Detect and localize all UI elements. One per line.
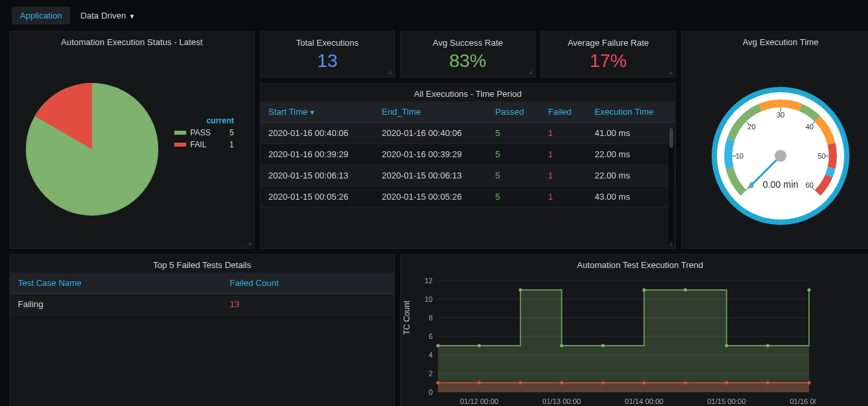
resize-handle-icon[interactable]: [669, 241, 674, 247]
svg-point-45: [766, 344, 769, 348]
panel-title: Top 5 Failed Tests Details: [10, 255, 394, 273]
cell-start: 2020-01-16 00:40:06: [260, 123, 374, 144]
cell-passed: 5: [487, 144, 540, 165]
svg-point-41: [601, 344, 604, 348]
cell-start: 2020-01-16 00:39:29: [260, 144, 374, 165]
panel-title: All Executions - Time Period: [260, 84, 675, 102]
panel-trend: Automation Test Execution Trend TC Count…: [400, 254, 868, 406]
panel-avg-success: Avg Success Rate 83%: [400, 31, 535, 78]
svg-point-51: [601, 381, 604, 385]
svg-text:30: 30: [777, 111, 785, 119]
col-start-time[interactable]: Start Time▼: [260, 102, 374, 123]
cell-exec: 22.00 ms: [586, 144, 675, 165]
cell-start: 2020-01-15 00:06:13: [260, 165, 374, 186]
panel-status-latest: Automation Execution Status - Latest cur…: [9, 31, 254, 249]
y-axis-label: TC Count: [402, 301, 411, 334]
tab-application[interactable]: Application: [12, 7, 70, 25]
cell-exec: 41.00 ms: [586, 123, 675, 144]
svg-point-37: [437, 344, 440, 348]
svg-text:4: 4: [429, 351, 433, 359]
svg-point-56: [808, 381, 811, 385]
panel-title: Automation Execution Status - Latest: [10, 32, 254, 50]
swatch-fail: [174, 143, 186, 147]
cell-failed: 1: [540, 123, 586, 144]
svg-text:50: 50: [818, 152, 826, 160]
col-test-name[interactable]: Test Case Name: [10, 273, 222, 294]
cell-end: 2020-01-16 00:39:29: [374, 144, 487, 165]
svg-point-50: [560, 381, 563, 385]
stat-value: 13: [317, 48, 337, 77]
svg-text:01/15 00:00: 01/15 00:00: [707, 397, 745, 405]
svg-text:01/14 00:00: 01/14 00:00: [625, 397, 663, 405]
cell-failed: 1: [540, 165, 586, 186]
svg-point-48: [478, 381, 481, 385]
col-exec-time[interactable]: Execution Time: [586, 102, 675, 123]
resize-handle-icon[interactable]: [247, 241, 252, 247]
panel-top-failed: Top 5 Failed Tests Details Test Case Nam…: [9, 254, 395, 406]
svg-point-17: [775, 150, 787, 162]
cell-end: 2020-01-16 00:40:06: [374, 123, 487, 144]
svg-text:40: 40: [806, 123, 814, 131]
executions-table: Start Time▼ End_Time Passed Failed Execu…: [260, 102, 675, 208]
col-end-time[interactable]: End_Time: [374, 102, 487, 123]
svg-point-40: [560, 344, 563, 348]
gauge-value-label: 0.00 min: [763, 179, 798, 190]
cell-exec: 22.00 ms: [586, 165, 675, 186]
svg-point-38: [478, 344, 481, 348]
svg-text:2: 2: [429, 370, 433, 377]
failed-table: Test Case Name Failed Count Failing13: [10, 273, 394, 315]
col-failed[interactable]: Failed: [540, 102, 586, 123]
svg-text:01/13 00:00: 01/13 00:00: [543, 397, 581, 405]
resize-handle-icon[interactable]: [669, 70, 674, 76]
scrollbar[interactable]: [669, 128, 674, 245]
cell-end: 2020-01-15 00:05:26: [374, 186, 487, 208]
svg-text:6: 6: [429, 332, 433, 340]
svg-point-39: [519, 289, 522, 292]
table-row[interactable]: 2020-01-16 00:40:062020-01-16 00:40:0651…: [260, 123, 675, 144]
svg-text:8: 8: [429, 314, 433, 322]
tab-data-driven[interactable]: Data Driven▼: [73, 7, 144, 25]
stat-title: Avg Success Rate: [433, 33, 503, 48]
col-passed[interactable]: Passed: [487, 102, 540, 123]
svg-point-52: [643, 381, 646, 385]
legend-row-pass[interactable]: PASS 5: [170, 127, 238, 139]
cell-passed: 5: [487, 186, 540, 208]
table-row[interactable]: 2020-01-16 00:39:292020-01-16 00:39:2951…: [260, 144, 675, 165]
svg-text:12: 12: [425, 277, 433, 285]
svg-point-42: [643, 289, 646, 292]
panel-avg-failure: Average Failure Rate 17%: [541, 31, 676, 78]
table-row[interactable]: 2020-01-15 00:06:132020-01-15 00:06:1351…: [260, 165, 675, 186]
gauge-chart[interactable]: 01020304050600.00 min: [704, 50, 857, 248]
panel-title: Automation Test Execution Trend: [401, 255, 868, 273]
cell-failed: 1: [540, 186, 586, 208]
cell-end: 2020-01-15 00:06:13: [374, 165, 487, 186]
cell-exec: 43.00 ms: [586, 186, 675, 208]
scrollbar-thumb[interactable]: [669, 128, 673, 148]
svg-text:10: 10: [735, 152, 743, 160]
svg-text:10: 10: [425, 295, 433, 303]
svg-text:01/12 00:00: 01/12 00:00: [460, 397, 498, 405]
panel-total-executions: Total Executions 13: [260, 31, 395, 78]
stat-title: Average Failure Rate: [568, 33, 649, 48]
cell-start: 2020-01-15 00:05:26: [260, 186, 374, 208]
svg-point-43: [684, 289, 687, 292]
sort-desc-icon: ▼: [309, 109, 315, 116]
stat-value: 17%: [590, 48, 627, 77]
resize-handle-icon[interactable]: [388, 70, 393, 76]
svg-point-54: [725, 381, 728, 385]
table-row[interactable]: Failing13: [10, 294, 394, 315]
svg-point-49: [519, 381, 522, 385]
table-row[interactable]: 2020-01-15 00:05:262020-01-15 00:05:2651…: [260, 186, 675, 208]
svg-point-47: [437, 381, 440, 385]
pie-chart[interactable]: [26, 83, 158, 216]
legend-row-fail[interactable]: FAIL 1: [170, 139, 238, 151]
legend-header: current: [170, 115, 238, 127]
svg-point-46: [808, 289, 811, 292]
panel-avg-exec-time: Avg Execution Time 01020304050600.00 min: [681, 31, 868, 249]
resize-handle-icon[interactable]: [528, 70, 533, 76]
cell-passed: 5: [487, 165, 540, 186]
pie-legend: current PASS 5 FAIL 1: [170, 115, 238, 151]
svg-text:20: 20: [747, 123, 755, 131]
trend-chart[interactable]: 02468101201/12 00:0001/13 00:0001/14 00:…: [405, 275, 816, 406]
col-failed-count[interactable]: Failed Count: [222, 273, 394, 294]
